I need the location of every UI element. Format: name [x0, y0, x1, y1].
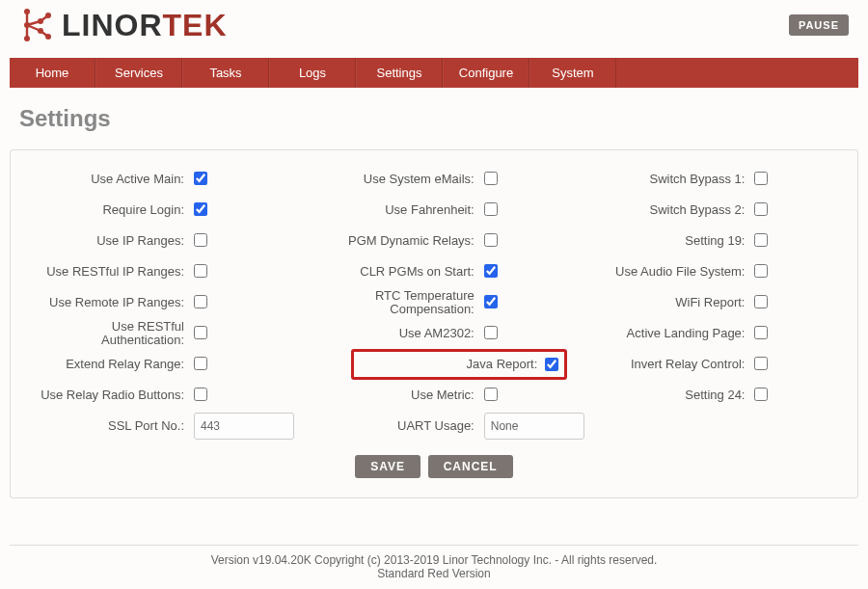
checkbox-use-metric[interactable] [484, 388, 498, 401]
checkbox-require-login[interactable] [194, 202, 207, 216]
nav-home[interactable]: Home [10, 58, 95, 88]
save-button[interactable]: SAVE [355, 455, 420, 478]
brand-logo: LINORTEK [19, 6, 228, 44]
checkbox-use-am2302[interactable] [484, 326, 498, 339]
highlight-java-report: Java Report: [351, 349, 567, 380]
checkbox-use-audio-file-system[interactable] [754, 264, 768, 278]
label-use-am2302: Use AM2302: [301, 327, 484, 340]
label-clr-pgms-on-start: CLR PGMs on Start: [301, 265, 484, 279]
checkbox-rtc-temperature-compensation[interactable] [484, 295, 498, 308]
checkbox-pgm-dynamic-relays[interactable] [484, 233, 498, 247]
settings-panel: Use Active Main:Require Login:Use IP Ran… [10, 149, 858, 498]
input-ssl-port-no[interactable] [194, 413, 294, 440]
cancel-button[interactable]: CANCEL [428, 455, 513, 478]
checkbox-use-remote-ip-ranges[interactable] [194, 295, 207, 308]
label-switch-bypass-2: Switch Bypass 2: [571, 203, 754, 217]
label-use-relay-radio-buttons: Use Relay Radio Buttons: [30, 388, 194, 402]
checkbox-use-system-emails[interactable] [484, 172, 498, 185]
label-use-system-emails: Use System eMails: [301, 173, 484, 186]
nav-configure[interactable]: Configure [443, 58, 529, 88]
label-rtc-temperature-compensation: RTC Temperature Compensation: [301, 289, 484, 317]
label-use-metric: Use Metric: [301, 388, 484, 402]
label-pgm-dynamic-relays: PGM Dynamic Relays: [301, 234, 484, 248]
checkbox-java-report[interactable] [545, 358, 558, 371]
brand-text-1: LINOR [62, 8, 163, 42]
svg-point-6 [24, 36, 30, 41]
input-uart-usage[interactable] [484, 413, 584, 440]
checkbox-clr-pgms-on-start[interactable] [484, 264, 498, 278]
label-use-fahrenheit: Use Fahrenheit: [301, 203, 484, 217]
footer: Version v19.04.20K Copyright (c) 2013-20… [10, 545, 858, 589]
checkbox-use-relay-radio-buttons[interactable] [194, 388, 207, 401]
pause-button[interactable]: PAUSE [789, 14, 849, 36]
label-require-login: Require Login: [30, 203, 194, 217]
checkbox-setting-19[interactable] [754, 233, 768, 247]
brand-text-2: TEK [163, 8, 228, 42]
label-setting-24: Setting 24: [571, 388, 754, 402]
nav-services[interactable]: Services [95, 58, 182, 88]
label-use-remote-ip-ranges: Use Remote IP Ranges: [30, 296, 194, 309]
checkbox-extend-relay-range[interactable] [194, 357, 207, 370]
checkbox-wifi-report[interactable] [754, 295, 768, 308]
footer-line-1: Version v19.04.20K Copyright (c) 2013-20… [10, 553, 858, 567]
svg-point-11 [45, 34, 51, 40]
label-use-ip-ranges: Use IP Ranges: [30, 234, 194, 248]
svg-point-9 [38, 28, 43, 34]
checkbox-use-ip-ranges[interactable] [194, 233, 207, 247]
nav-system[interactable]: System [529, 58, 616, 88]
checkbox-setting-24[interactable] [754, 388, 768, 401]
label-extend-relay-range: Extend Relay Range: [30, 358, 194, 371]
checkbox-use-restful-authentication[interactable] [194, 326, 207, 339]
label-switch-bypass-1: Switch Bypass 1: [571, 173, 754, 186]
checkbox-use-restful-ip-ranges[interactable] [194, 264, 207, 278]
label-wifi-report: WiFi Report: [571, 296, 754, 309]
page-title: Settings [19, 105, 849, 132]
label-setting-19: Setting 19: [571, 234, 754, 248]
label-use-restful-ip-ranges: Use RESTful IP Ranges: [30, 265, 194, 279]
brand-mark-icon [19, 6, 58, 44]
checkbox-invert-relay-control[interactable] [754, 357, 768, 370]
nav-settings[interactable]: Settings [356, 58, 443, 88]
checkbox-switch-bypass-1[interactable] [754, 172, 768, 185]
footer-line-2: Standard Red Version [10, 567, 858, 580]
main-nav: Home Services Tasks Logs Settings Config… [10, 58, 858, 88]
checkbox-use-fahrenheit[interactable] [484, 202, 498, 216]
svg-point-10 [45, 13, 51, 18]
label-use-active-main: Use Active Main: [30, 173, 194, 186]
label-use-audio-file-system: Use Audio File System: [571, 265, 754, 279]
label-active-landing-page: Active Landing Page: [571, 327, 754, 340]
nav-tasks[interactable]: Tasks [182, 58, 269, 88]
checkbox-active-landing-page[interactable] [754, 326, 768, 339]
label-uart-usage: UART Usage: [301, 419, 484, 433]
checkbox-switch-bypass-2[interactable] [754, 202, 768, 216]
label-use-restful-authentication: Use RESTful Authentication: [30, 320, 194, 348]
label-java-report: Java Report: [360, 358, 545, 371]
label-invert-relay-control: Invert Relay Control: [571, 358, 754, 371]
svg-point-8 [38, 18, 43, 24]
label-ssl-port-no: SSL Port No.: [30, 419, 194, 433]
svg-point-5 [24, 9, 30, 14]
nav-logs[interactable]: Logs [269, 58, 356, 88]
svg-point-7 [24, 22, 30, 28]
checkbox-use-active-main[interactable] [194, 172, 207, 185]
